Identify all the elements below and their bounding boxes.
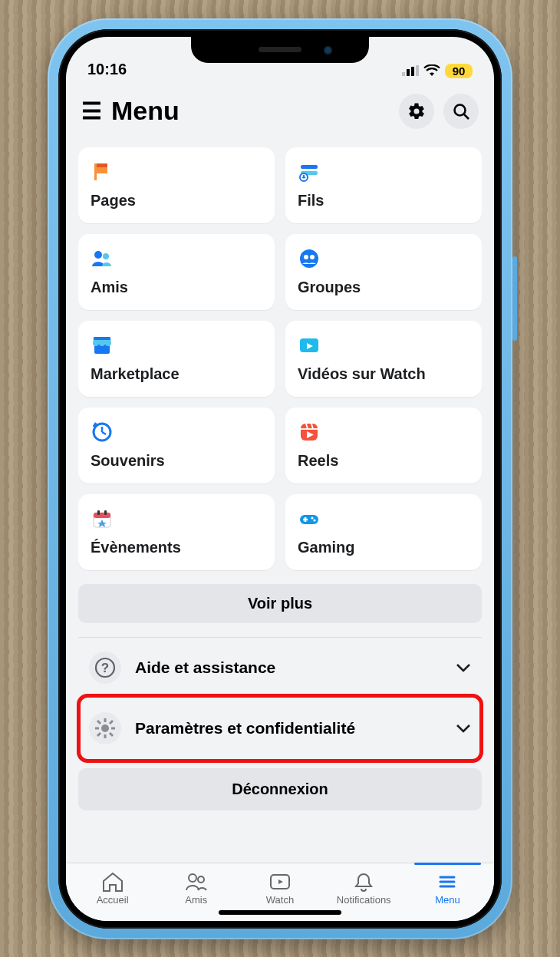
row-help[interactable]: ? Aide et assistance bbox=[78, 638, 482, 698]
shortcut-label: Évènements bbox=[91, 539, 262, 556]
settings-icon bbox=[89, 712, 121, 744]
svg-point-44 bbox=[101, 724, 109, 732]
friends-icon bbox=[154, 870, 238, 894]
shortcut-watch[interactable]: Vidéos sur Watch bbox=[285, 321, 482, 397]
watch-icon bbox=[238, 870, 321, 894]
row-label: Paramètres et confidentialité bbox=[135, 719, 442, 738]
friends-icon bbox=[91, 246, 262, 271]
shortcut-memories[interactable]: Souvenirs bbox=[78, 408, 275, 483]
phone-bezel: 10:16 90 ☰ Menu bbox=[58, 29, 502, 929]
svg-text:?: ? bbox=[101, 661, 109, 675]
feeds-icon bbox=[298, 160, 469, 184]
status-time: 10:16 bbox=[87, 61, 127, 78]
shortcut-events[interactable]: Évènements bbox=[78, 494, 275, 570]
page-header: ☰ Menu bbox=[66, 80, 494, 147]
svg-line-51 bbox=[110, 721, 113, 724]
menu-icon bbox=[406, 870, 489, 894]
svg-rect-0 bbox=[402, 72, 405, 76]
svg-point-53 bbox=[189, 874, 196, 882]
shortcut-feeds[interactable]: Fils bbox=[285, 147, 482, 223]
phone-frame: 10:16 90 ☰ Menu bbox=[48, 18, 512, 939]
svg-rect-33 bbox=[94, 513, 110, 518]
search-icon bbox=[452, 102, 470, 120]
clock-icon bbox=[91, 420, 262, 444]
svg-point-16 bbox=[304, 255, 308, 259]
tab-home[interactable]: Accueil bbox=[71, 870, 154, 906]
screen: 10:16 90 ☰ Menu bbox=[66, 37, 494, 921]
svg-line-49 bbox=[97, 721, 100, 724]
flag-icon bbox=[91, 160, 262, 184]
shortcut-pages[interactable]: Pages bbox=[78, 147, 275, 223]
tab-label: Accueil bbox=[71, 894, 154, 906]
svg-rect-6 bbox=[94, 163, 97, 180]
notch bbox=[191, 37, 369, 63]
svg-point-40 bbox=[311, 516, 313, 519]
reels-icon bbox=[298, 420, 469, 444]
shortcut-label: Gaming bbox=[298, 539, 469, 556]
gear-icon bbox=[407, 102, 426, 120]
shortcut-label: Souvenirs bbox=[91, 452, 262, 470]
tab-notifications[interactable]: Notifications bbox=[322, 870, 406, 906]
home-indicator bbox=[219, 910, 341, 915]
shortcut-gaming[interactable]: Gaming bbox=[285, 494, 482, 570]
chevron-down-icon bbox=[456, 723, 471, 734]
shortcut-reels[interactable]: Reels bbox=[285, 408, 482, 483]
svg-point-41 bbox=[313, 519, 315, 521]
svg-point-13 bbox=[94, 251, 102, 259]
row-label: Aide et assistance bbox=[135, 658, 442, 677]
home-icon bbox=[71, 870, 154, 894]
shortcut-grid: Pages Fils Amis Groupes Marketplace Vidé… bbox=[78, 147, 482, 570]
shortcut-label: Pages bbox=[91, 192, 262, 210]
notifications-icon bbox=[322, 870, 406, 894]
shortcut-groups[interactable]: Groupes bbox=[285, 234, 482, 310]
tab-menu[interactable]: Menu bbox=[406, 870, 489, 906]
svg-rect-34 bbox=[97, 510, 100, 515]
see-more-button[interactable]: Voir plus bbox=[78, 584, 482, 623]
tab-friends[interactable]: Amis bbox=[154, 870, 238, 906]
front-camera bbox=[324, 46, 332, 54]
tab-watch[interactable]: Watch bbox=[238, 870, 321, 906]
menu-rows: ? Aide et assistance Paramètres et confi… bbox=[78, 637, 482, 759]
wifi-icon bbox=[423, 64, 440, 77]
tab-label: Watch bbox=[238, 894, 321, 906]
shortcut-friends[interactable]: Amis bbox=[78, 234, 275, 310]
svg-point-4 bbox=[455, 104, 466, 115]
svg-rect-19 bbox=[94, 337, 110, 340]
help-icon: ? bbox=[89, 652, 121, 684]
svg-rect-35 bbox=[104, 510, 107, 515]
svg-marker-56 bbox=[278, 879, 283, 884]
svg-rect-9 bbox=[301, 165, 318, 169]
chevron-down-icon bbox=[456, 662, 471, 673]
gaming-icon bbox=[298, 507, 469, 531]
hamburger-icon: ☰ bbox=[81, 100, 102, 123]
store-icon bbox=[91, 333, 262, 358]
tab-label: Notifications bbox=[322, 894, 406, 906]
shortcut-label: Marketplace bbox=[91, 365, 262, 383]
search-button[interactable] bbox=[443, 94, 479, 129]
svg-rect-37 bbox=[300, 515, 318, 524]
page-title: Menu bbox=[111, 96, 390, 126]
svg-rect-8 bbox=[97, 163, 107, 167]
svg-point-14 bbox=[103, 253, 109, 259]
svg-point-15 bbox=[300, 249, 318, 268]
svg-line-50 bbox=[110, 733, 113, 736]
shortcut-marketplace[interactable]: Marketplace bbox=[78, 321, 275, 397]
shortcut-label: Groupes bbox=[298, 279, 469, 296]
main-content: Pages Fils Amis Groupes Marketplace Vidé… bbox=[66, 147, 494, 863]
events-icon bbox=[91, 507, 262, 531]
tab-label: Menu bbox=[406, 894, 489, 906]
shortcut-label: Reels bbox=[298, 452, 469, 470]
tab-label: Amis bbox=[154, 894, 238, 906]
svg-point-17 bbox=[310, 255, 315, 259]
svg-rect-1 bbox=[407, 69, 410, 76]
shortcut-label: Fils bbox=[298, 192, 469, 210]
battery-indicator: 90 bbox=[445, 64, 473, 78]
signal-icon bbox=[402, 65, 419, 76]
settings-button[interactable] bbox=[399, 94, 434, 129]
svg-line-25 bbox=[102, 432, 106, 434]
speaker bbox=[259, 47, 301, 52]
groups-icon bbox=[298, 246, 469, 271]
row-settings[interactable]: Paramètres et confidentialité bbox=[78, 698, 482, 759]
svg-rect-3 bbox=[416, 65, 419, 76]
logout-button[interactable]: Déconnexion bbox=[78, 768, 482, 810]
